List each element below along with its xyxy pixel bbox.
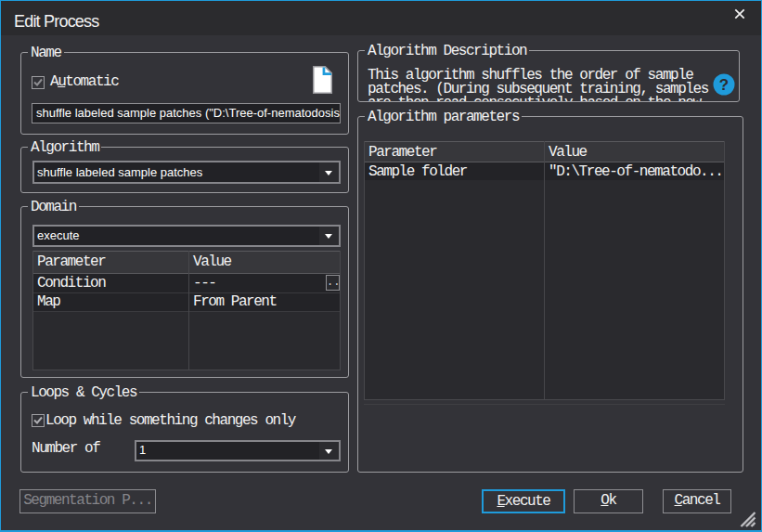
svg-text:?: ? — [719, 76, 729, 94]
